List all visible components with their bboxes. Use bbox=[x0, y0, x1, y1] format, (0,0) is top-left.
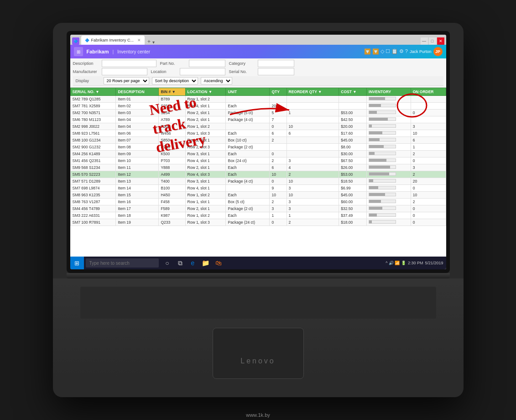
table-cell: Box (5 ct) bbox=[226, 199, 270, 205]
table-row[interactable]: SM6 780 M1123Item 04A789Row 2, slot 1Pac… bbox=[70, 116, 446, 123]
filter2-icon[interactable]: 🔽 bbox=[372, 48, 379, 55]
settings-icon[interactable]: ⚙ bbox=[399, 48, 404, 55]
partno-filter-label: Part No. bbox=[160, 61, 185, 66]
manufacturer-filter-input[interactable] bbox=[102, 68, 147, 75]
filter-icon[interactable]: 🔽 bbox=[364, 48, 371, 55]
table-cell: 0 bbox=[270, 178, 287, 185]
table-cell: Row 1, slot 2 bbox=[185, 123, 226, 130]
table-cell: 1 bbox=[287, 212, 339, 219]
table-cell: 3 bbox=[287, 185, 339, 192]
table-row[interactable]: SM8 100 G1234Item 07S850Row 2, slot 1Box… bbox=[70, 137, 446, 144]
table-row[interactable]: SM3 222 A6331Item 18K987Row 1, slot 2Eac… bbox=[70, 212, 446, 219]
table-row[interactable]: SM7 571 D1289Item 13T400Row 3, slot 1Pac… bbox=[70, 178, 446, 185]
table-cell: Item 18 bbox=[116, 212, 159, 219]
tab-nav-icon[interactable]: ▾ bbox=[152, 40, 155, 45]
location-filter-input[interactable] bbox=[180, 68, 225, 75]
table-cell: 1 bbox=[287, 110, 339, 116]
table-row[interactable]: SM7 781 X2589Item 02S256Row 4, slot 1Eac… bbox=[70, 103, 446, 110]
table-cell: Item 17 bbox=[116, 205, 159, 212]
table-row[interactable]: SM4 456 T4789Item 17F589Row 2, slot 1Pac… bbox=[70, 205, 446, 212]
loc-filter-label: Location bbox=[151, 69, 176, 74]
table-row[interactable]: SM5 570 S2223Item 12A499Row 4, slot 3Eac… bbox=[70, 171, 446, 178]
clipboard-icon[interactable]: 📋 bbox=[391, 48, 398, 55]
table-cell: Row 2, slot 1 bbox=[185, 110, 226, 116]
active-tab[interactable]: 🔷 Fabrikam Inventory C... ✕ bbox=[81, 36, 145, 45]
table-cell: Box (10 ct) bbox=[226, 137, 270, 144]
table-cell: SM2 900 G1232 bbox=[70, 144, 116, 151]
table-cell: Item 04 bbox=[116, 123, 159, 130]
table-cell: Row 2, slot 1 bbox=[185, 164, 226, 171]
taskbar-explorer-icon[interactable]: 📁 bbox=[201, 258, 211, 268]
close-button[interactable]: ✕ bbox=[437, 37, 444, 45]
touchpad[interactable] bbox=[213, 328, 304, 379]
rows-per-page-select[interactable]: 20 Rows per page bbox=[104, 77, 149, 84]
filter-row-2: Manufacturer Location Serial No. bbox=[73, 68, 443, 75]
table-cell: 0 bbox=[270, 219, 287, 226]
taskbar-taskview-icon[interactable]: ⧉ bbox=[175, 258, 185, 268]
table-cell: Row 1, slot 1 bbox=[185, 199, 226, 205]
on-order-cell: 6 bbox=[411, 137, 446, 144]
table-cell: SM8 100 G1234 bbox=[70, 137, 116, 144]
inventory-bar-cell bbox=[367, 205, 411, 212]
table-row[interactable]: SM2 998 J0022Item 04R100Row 1, slot 2010… bbox=[70, 123, 446, 130]
table-cell: Item 02 bbox=[116, 103, 159, 110]
taskbar-store-icon[interactable]: 🛍 bbox=[214, 258, 224, 268]
table-row[interactable]: SM8 963 K1235Item 15H450Row 1, slot 2Eac… bbox=[70, 192, 446, 199]
diamond-icon[interactable]: ◇ bbox=[380, 48, 384, 55]
table-row[interactable]: SM2 789 Q1285Item 01B789Row 1, slot 2 bbox=[70, 96, 446, 103]
table-cell: SM8 963 K1235 bbox=[70, 192, 116, 199]
table-row[interactable]: SM7 100 R7891Item 19Q233Row 1, slot 3Pac… bbox=[70, 219, 446, 226]
screen: 🔷 🔷 Fabrikam Inventory C... ✕ + ▾ — □ ✕ bbox=[70, 35, 446, 269]
table-cell: Row 2, slot 1 bbox=[185, 137, 226, 144]
mfr-filter-label: Manufacturer bbox=[73, 69, 98, 74]
table-cell: Q233 bbox=[159, 219, 185, 226]
table-cell: Row 1, slot 2 bbox=[185, 212, 226, 219]
table-cell: Package (2 ct) bbox=[226, 205, 270, 212]
partno-filter-input[interactable] bbox=[189, 60, 225, 67]
table-cell: Each bbox=[226, 151, 270, 158]
table-cell: Row 3, slot 1 bbox=[185, 178, 226, 185]
table-row[interactable]: SM2 900 G1232Item 08D748Row 2, slot 3Pac… bbox=[70, 144, 446, 151]
description-filter-input[interactable] bbox=[102, 60, 156, 67]
table-cell: Row 4, slot 3 bbox=[185, 171, 226, 178]
table-cell: 9 bbox=[270, 185, 287, 192]
table-cell: $67.50 bbox=[339, 158, 367, 164]
start-button[interactable]: ⊞ bbox=[70, 257, 84, 269]
taskbar-cortana-icon[interactable]: ○ bbox=[162, 258, 172, 268]
on-order-cell: 2 bbox=[411, 151, 446, 158]
serialno-filter-input[interactable] bbox=[258, 68, 294, 75]
col-inventory: INVENTORY bbox=[367, 88, 411, 96]
taskbar: ⊞ ○ ⧉ e 📁 🛍 ^ 🔊 📶 🔋 2:30 PM 5/21/2019 bbox=[70, 257, 446, 269]
minimize-button[interactable]: — bbox=[421, 37, 428, 45]
table-row[interactable]: SM8 923 L7561Item 06W456Row 1, slot 3Eac… bbox=[70, 130, 446, 137]
sort-select[interactable]: Sort by description bbox=[152, 77, 198, 84]
table-row[interactable]: SM2 700 N3571Item 03S254Row 2, slot 1Pac… bbox=[70, 110, 446, 116]
inventory-bar-cell bbox=[367, 96, 411, 103]
table-cell: Row 4, slot 1 bbox=[185, 185, 226, 192]
table-cell bbox=[287, 116, 339, 123]
taskbar-edge-icon[interactable]: e bbox=[188, 258, 198, 268]
order-select[interactable]: Ascending bbox=[201, 77, 232, 84]
category-filter-input[interactable] bbox=[258, 60, 294, 67]
tab-close-icon[interactable]: ✕ bbox=[137, 38, 141, 42]
table-cell: SM4 456 T4789 bbox=[70, 205, 116, 212]
taskbar-date: 5/21/2019 bbox=[425, 261, 443, 265]
table-row[interactable]: SM9 568 S1234Item 11Y888Row 2, slot 1Eac… bbox=[70, 164, 446, 171]
table-row[interactable]: SM1 456 Q2351Item 10P703Row 4, slot 1Box… bbox=[70, 158, 446, 164]
table-row[interactable]: SM4 256 K1489Item 09K500Row 3, slot 1Eac… bbox=[70, 151, 446, 158]
taskbar-search-input[interactable] bbox=[86, 258, 159, 268]
help-icon[interactable]: ? bbox=[405, 48, 408, 55]
table-row[interactable]: SM8 763 V1287Item 16F458Row 1, slot 1Box… bbox=[70, 199, 446, 205]
table-row[interactable]: SM7 698 L9874Item 14B100Row 4, slot 193$… bbox=[70, 185, 446, 192]
inventory-table-container: SERIAL NO. ▼ DESCRIPTION BIN # ▼ LOCATIO… bbox=[70, 88, 446, 257]
table-header-row: SERIAL NO. ▼ DESCRIPTION BIN # ▼ LOCATIO… bbox=[70, 88, 446, 96]
table-cell: SM2 998 J0022 bbox=[70, 123, 116, 130]
table-cell: Each bbox=[226, 130, 270, 137]
table-cell: D748 bbox=[159, 144, 185, 151]
filter-bar: Description Part No. Category Manufactur… bbox=[70, 58, 446, 88]
square-icon[interactable]: ☐ bbox=[386, 48, 390, 55]
maximize-button[interactable]: □ bbox=[429, 37, 436, 45]
table-cell: SM7 100 R7891 bbox=[70, 219, 116, 226]
new-tab-button[interactable]: + bbox=[147, 38, 151, 45]
table-cell: F589 bbox=[159, 205, 185, 212]
